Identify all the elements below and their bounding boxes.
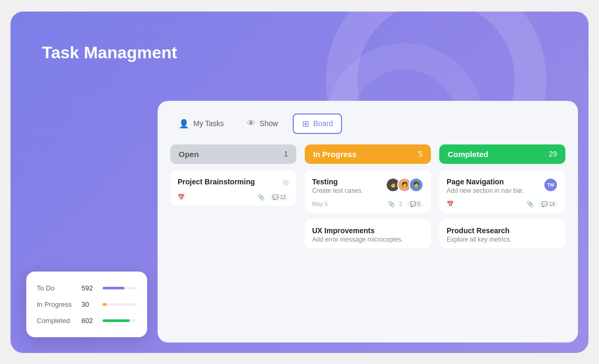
stat-value-inprog: 30 (81, 300, 97, 308)
column-header-open: Open 1 (170, 144, 296, 164)
column-header-in-progress: In Progress 5 (305, 144, 431, 164)
task-testing-meta: 📎 2 💬 5 (388, 201, 424, 207)
show-button[interactable]: 👁 Show (239, 115, 286, 132)
avatar-3: 🧑 (409, 178, 424, 192)
calendar-nav: 📅 (447, 201, 454, 207)
stat-bar-comp (102, 319, 130, 322)
board-button[interactable]: ⊞ Board (293, 113, 342, 134)
task-brainstorming-meta: 📎 💬 12 (257, 194, 289, 201)
stat-bar-todo (102, 287, 125, 289)
comment-icon: 💬 (272, 194, 278, 200)
stat-row-inprog: In Progress 30 (37, 300, 137, 308)
date-text-testing: May 5 (312, 201, 328, 207)
board-label: Board (313, 119, 333, 128)
my-tasks-label: My Tasks (193, 119, 224, 128)
eye-icon: 👁 (247, 119, 255, 128)
stat-row-comp: Completed 602 (37, 317, 137, 325)
task-nav-header: Page Navigation Add new section in nav b… (447, 178, 558, 194)
task-nav-desc: Add new section in nav bar. (447, 187, 524, 194)
comment-count-testing: 💬 5 (407, 201, 424, 207)
column-completed-label: Completed (448, 150, 489, 159)
comment-count-nav: 💬 14 (538, 201, 558, 207)
column-header-completed: Completed 29 (439, 144, 565, 164)
task-ux-title: UX Improvements (312, 226, 403, 235)
main-panel: 👤 My Tasks 👁 Show ⊞ Board Open 1 (158, 101, 578, 342)
column-open-label: Open (179, 150, 199, 159)
outer-card: Task Managment To Do 592 In Progress 30 … (11, 12, 588, 353)
task-testing-header: Testing Create test cases. 🧑 🧑 🧑 (312, 178, 424, 194)
task-card-brainstorming[interactable]: Project Brainstorming ⊕ 📅 📎 💬 12 (170, 170, 296, 206)
column-completed-count: 29 (549, 150, 557, 158)
task-nav-footer: 📅 📎 💬 14 (447, 201, 558, 207)
comment-icon-nav: 💬 (541, 201, 548, 207)
show-label: Show (260, 119, 278, 128)
task-nav-meta: 📎 💬 14 (526, 201, 558, 207)
stat-bar-bg-todo (102, 287, 137, 289)
column-open-count: 1 (284, 150, 288, 158)
avatar-tm: TM (543, 178, 558, 192)
calendar-symbol: 📅 (178, 194, 185, 201)
task-testing-title: Testing (312, 178, 363, 186)
toolbar: 👤 My Tasks 👁 Show ⊞ Board (170, 113, 565, 134)
task-card-brainstorming-header: Project Brainstorming ⊕ (178, 178, 289, 188)
attach-icon-testing: 📎 (388, 201, 395, 207)
column-in-progress-count: 5 (418, 150, 422, 158)
column-in-progress-label: In Progress (313, 150, 357, 159)
stat-value-todo: 592 (81, 284, 97, 292)
task-brainstorming-footer: 📅 📎 💬 12 (178, 194, 289, 201)
calendar-symbol-nav: 📅 (447, 201, 454, 207)
task-research-title: Product Research (447, 226, 511, 235)
column-open: Open 1 Project Brainstorming ⊕ 📅 (170, 144, 296, 336)
task-research-header: Product Research Explore all key metrics… (447, 226, 558, 243)
stats-card: To Do 592 In Progress 30 Completed 602 (26, 272, 147, 337)
person-icon: 👤 (179, 119, 189, 129)
comment-icon-testing: 💬 (410, 201, 416, 207)
task-ux-header: UX Improvements Add error message microc… (312, 226, 424, 243)
stat-row-todo: To Do 592 (37, 284, 137, 292)
stat-bar-bg-comp (102, 319, 137, 322)
stat-bar-bg-inprog (102, 303, 137, 306)
task-brainstorming-title: Project Brainstorming (178, 178, 255, 186)
stat-label-todo: To Do (37, 284, 76, 292)
board-icon: ⊞ (302, 119, 309, 129)
task-nav-title: Page Navigation (447, 178, 524, 186)
task-nav-avatar: TM (543, 178, 558, 192)
page-title: Task Managment (42, 43, 177, 63)
task-research-desc: Explore all key metrics. (447, 236, 511, 243)
stat-label-inprog: In Progress (37, 300, 76, 308)
task-testing-footer: May 5 📎 2 💬 5 (312, 201, 424, 207)
task-testing-avatars: 🧑 🧑 🧑 (386, 178, 424, 192)
stat-label-comp: Completed (37, 317, 76, 325)
task-card-nav[interactable]: Page Navigation Add new section in nav b… (439, 170, 565, 213)
task-card-testing[interactable]: Testing Create test cases. 🧑 🧑 🧑 May 5 (305, 170, 431, 213)
task-testing-desc: Create test cases. (312, 187, 363, 194)
task-card-research[interactable]: Product Research Explore all key metrics… (439, 219, 565, 248)
task-ux-desc: Add error message microcopies. (312, 236, 403, 243)
add-person-icon: ⊕ (282, 178, 289, 188)
comment-count-brainstorming: 💬 12 (269, 194, 289, 201)
stat-bar-inprog (102, 303, 107, 306)
task-card-ux[interactable]: UX Improvements Add error message microc… (305, 219, 431, 248)
my-tasks-button[interactable]: 👤 My Tasks (170, 115, 232, 133)
column-completed: Completed 29 Page Navigation Add new sec… (439, 144, 565, 336)
stat-value-comp: 602 (81, 317, 97, 325)
board: Open 1 Project Brainstorming ⊕ 📅 (170, 144, 565, 336)
attach-icon-nav: 📎 (526, 201, 534, 207)
task-testing-date: May 5 (312, 201, 328, 207)
column-in-progress: In Progress 5 Testing Create test cases.… (305, 144, 431, 336)
attach-icon: 📎 (257, 194, 265, 201)
calendar-icon: 📅 (178, 194, 185, 201)
